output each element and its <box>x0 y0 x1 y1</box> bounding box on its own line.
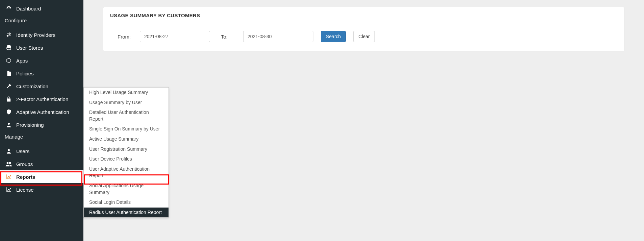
sidebar-item-label: License <box>16 187 34 193</box>
from-date-input[interactable] <box>140 31 210 42</box>
sidebar-item-label: Apps <box>16 58 28 64</box>
swap-icon <box>5 32 13 38</box>
dashboard-icon <box>5 5 13 11</box>
usage-summary-panel: USAGE SUMMARY BY CUSTOMERS From: To: Sea… <box>103 7 624 51</box>
sidebar-item-label: Identity Providers <box>16 32 55 38</box>
sidebar-item-label: Users <box>16 148 29 154</box>
sidebar-item-policies[interactable]: Policies <box>0 67 83 80</box>
sidebar-item-label: User Stores <box>16 45 43 51</box>
from-label: From: <box>118 34 132 40</box>
sidebar-item-label: Provisioning <box>16 122 44 128</box>
sidebar-section-configure: Configure <box>0 15 83 26</box>
sidebar-item-two-factor[interactable]: 2-Factor Authentication <box>0 93 83 105</box>
svg-rect-1 <box>8 73 10 73</box>
submenu-item-sso-summary[interactable]: Single Sign On Summary by User <box>84 124 169 134</box>
sidebar-item-license[interactable]: License <box>0 183 83 196</box>
submenu-item-active-usage[interactable]: Active Usage Summary <box>84 134 169 144</box>
database-icon <box>5 45 13 51</box>
submenu-item-radius-user-auth[interactable]: Radius User Authentication Report <box>84 208 169 218</box>
clear-button[interactable]: Clear <box>353 31 375 42</box>
sidebar-item-users[interactable]: Users <box>0 145 83 158</box>
to-label: To: <box>221 34 236 40</box>
submenu-item-detailed-user-auth[interactable]: Detailed User Authentication Report <box>84 107 169 124</box>
divider <box>3 27 80 27</box>
divider <box>3 143 80 143</box>
filter-row: From: To: Search Clear <box>103 24 624 51</box>
sidebar-item-label: Customization <box>16 83 48 89</box>
chart-icon <box>5 187 13 193</box>
svg-point-5 <box>7 162 9 164</box>
sidebar-item-identity-providers[interactable]: Identity Providers <box>0 28 83 41</box>
sidebar-item-label: Policies <box>16 71 34 76</box>
sidebar: Dashboard Configure Identity Providers U… <box>0 0 83 241</box>
sidebar-item-label: 2-Factor Authentication <box>16 96 68 102</box>
wrench-icon <box>5 83 13 89</box>
sidebar-item-user-stores[interactable]: User Stores <box>0 41 83 54</box>
user-icon <box>5 122 13 128</box>
sidebar-item-dashboard[interactable]: Dashboard <box>0 2 83 15</box>
sidebar-item-adaptive-auth[interactable]: Adaptive Authentication <box>0 105 83 118</box>
search-button[interactable]: Search <box>321 31 346 42</box>
shield-icon <box>5 109 13 115</box>
panel-title: USAGE SUMMARY BY CUSTOMERS <box>103 7 624 24</box>
svg-rect-2 <box>8 74 10 74</box>
svg-point-6 <box>9 162 11 164</box>
sidebar-item-label: Groups <box>16 161 33 167</box>
submenu-item-user-adaptive-auth[interactable]: User Adaptive Authentication Report <box>84 164 169 181</box>
sidebar-section-manage: Manage <box>0 131 83 142</box>
sidebar-item-provisioning[interactable]: Provisioning <box>0 118 83 131</box>
submenu-item-social-apps-usage[interactable]: Social Applications Usage Summary <box>84 181 169 197</box>
lock-icon <box>5 96 13 102</box>
submenu-item-usage-by-user[interactable]: Usage Summary by User <box>84 98 169 108</box>
users-icon <box>5 161 13 167</box>
submenu-item-high-level-usage[interactable]: High Level Usage Summary <box>84 88 169 98</box>
reports-submenu: High Level Usage Summary Usage Summary b… <box>83 87 169 218</box>
document-icon <box>5 70 13 76</box>
sidebar-item-groups[interactable]: Groups <box>0 158 83 170</box>
submenu-item-user-registration[interactable]: User Registration Summary <box>84 144 169 154</box>
sidebar-item-label: Dashboard <box>16 6 41 11</box>
submenu-item-user-device-profiles[interactable]: User Device Profiles <box>84 154 169 164</box>
to-date-input[interactable] <box>243 31 313 42</box>
svg-point-4 <box>8 149 10 151</box>
sidebar-item-label: Reports <box>16 174 35 180</box>
cube-icon <box>5 57 13 64</box>
sidebar-item-reports[interactable]: Reports <box>0 170 83 183</box>
sidebar-item-label: Adaptive Authentication <box>16 109 69 115</box>
user-icon <box>5 148 13 154</box>
submenu-item-social-login-details[interactable]: Social Login Details <box>84 197 169 208</box>
sidebar-item-apps[interactable]: Apps <box>0 54 83 67</box>
sidebar-item-customization[interactable]: Customization <box>0 80 83 93</box>
svg-point-3 <box>8 123 10 125</box>
chart-icon <box>5 174 13 180</box>
